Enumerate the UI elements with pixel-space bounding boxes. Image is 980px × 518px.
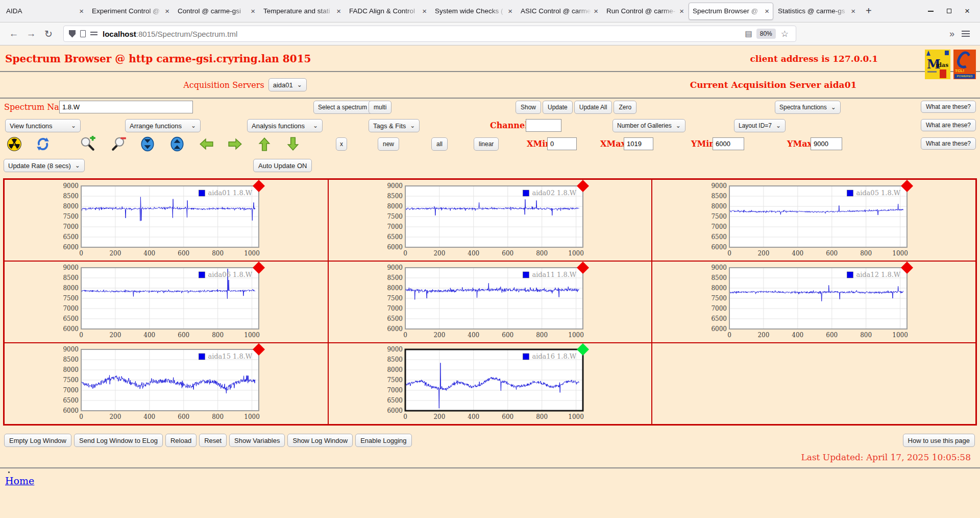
reset-button[interactable]: Reset <box>199 434 227 447</box>
ymax-input[interactable] <box>811 137 842 150</box>
channel-input[interactable] <box>526 119 561 132</box>
shield-icon[interactable] <box>69 30 76 38</box>
window-minimize-button[interactable] <box>928 11 934 12</box>
tab-temperature-and-stati[interactable]: Temperature and stati× <box>260 3 345 20</box>
gallery-cell-aida01[interactable]: 6000650070007500800085009000020040060080… <box>4 179 328 261</box>
permissions-icon[interactable] <box>90 31 97 37</box>
all-button[interactable]: all <box>431 137 448 151</box>
zoom-out-icon[interactable] <box>110 136 127 152</box>
tab-close-icon[interactable]: × <box>765 7 769 15</box>
gallery-cell-aida11[interactable]: 6000650070007500800085009000020040060080… <box>328 261 652 343</box>
tab-system-wide-checks[interactable]: System wide Checks (× <box>431 3 516 20</box>
svg-text:7500: 7500 <box>711 213 727 220</box>
zoom-in-icon[interactable] <box>80 136 96 152</box>
tab-close-icon[interactable]: × <box>336 7 341 15</box>
gallery-cell-aida05[interactable]: 6000650070007500800085009000020040060080… <box>652 179 976 261</box>
tab-close-icon[interactable]: × <box>508 7 512 15</box>
acquisition-server-select[interactable]: aida01 <box>268 78 307 91</box>
bookmark-star-icon[interactable]: ☆ <box>781 29 789 39</box>
tab-statistics-carme-gs[interactable]: Statistics @ carme-gs× <box>774 3 859 20</box>
tab-spectrum-browser[interactable]: Spectrum Browser @× <box>689 3 773 20</box>
reload-button[interactable]: ↻ <box>40 28 57 40</box>
new-tab-button[interactable]: + <box>860 5 878 17</box>
show-log-window-button[interactable]: Show Log Window <box>287 434 353 447</box>
refresh-icon[interactable] <box>35 136 51 152</box>
gallery-cell-aida06[interactable]: 6000650070007500800085009000020040060080… <box>4 261 328 343</box>
spectrum-name-input[interactable] <box>59 101 193 113</box>
empty-log-window-button[interactable]: Empty Log Window <box>4 434 71 447</box>
auto-update-button[interactable]: Auto Update ON <box>253 159 312 172</box>
zero-button[interactable]: Zero <box>614 101 636 114</box>
url-bar[interactable]: localhost:8015/Spectrum/Spectrum.tml ▤ 8… <box>63 26 796 42</box>
tags-and-fits-dropdown[interactable]: Tags & Fits <box>369 119 420 132</box>
show-button[interactable]: Show <box>516 101 541 114</box>
how-to-use-button[interactable]: How to use this page <box>903 434 975 447</box>
collapse-vertical-icon[interactable] <box>139 136 156 152</box>
x-button[interactable]: x <box>336 137 347 151</box>
ymin-input[interactable] <box>713 137 744 150</box>
controls-row-4: Update Rate (8 secs) Auto Update ON <box>0 157 980 174</box>
xmax-input[interactable] <box>624 137 653 150</box>
show-variables-button[interactable]: Show Variables <box>229 434 285 447</box>
what-are-these-button-1[interactable]: What are these? <box>921 101 976 113</box>
gallery-cell-aida16[interactable]: 6000650070007500800085009000020040060080… <box>328 343 652 425</box>
tab-aida[interactable]: AIDA× <box>3 3 87 20</box>
send-log-window-to-elog-button[interactable]: Send Log Window to ELog <box>74 434 163 447</box>
layout-id-dropdown[interactable]: Layout ID=7 <box>734 119 786 132</box>
svg-text:7000: 7000 <box>387 223 403 230</box>
tab-fadc-align-control[interactable]: FADC Align & Control× <box>346 3 430 20</box>
arrow-up-icon[interactable] <box>256 136 273 152</box>
reader-view-icon[interactable]: ▤ <box>745 29 752 38</box>
svg-text:8000: 8000 <box>387 285 403 292</box>
analysis-functions-dropdown[interactable]: Analysis functions <box>247 119 323 132</box>
forward-button[interactable]: → <box>22 28 40 39</box>
enable-logging-button[interactable]: Enable Logging <box>355 434 411 447</box>
arrange-functions-dropdown[interactable]: Arrange functions <box>125 119 201 132</box>
window-close-button[interactable]: × <box>965 7 970 15</box>
gallery-cell-aida02[interactable]: 6000650070007500800085009000020040060080… <box>328 179 652 261</box>
gallery-cell-aida12[interactable]: 6000650070007500800085009000020040060080… <box>652 261 976 343</box>
tab-experiment-control[interactable]: Experiment Control @× <box>88 3 173 20</box>
linear-button[interactable]: linear <box>474 137 499 151</box>
tab-run-control-carme[interactable]: Run Control @ carme-× <box>603 3 688 20</box>
xmin-input[interactable] <box>547 137 577 150</box>
expand-vertical-icon[interactable] <box>169 136 185 152</box>
tab-asic-control-carme[interactable]: ASIC Control @ carme× <box>517 3 602 20</box>
zoom-level-badge[interactable]: 80% <box>756 29 776 39</box>
radiation-icon[interactable] <box>6 136 22 152</box>
new-button[interactable]: new <box>378 137 399 151</box>
update-button[interactable]: Update <box>543 101 573 114</box>
tab-close-icon[interactable]: × <box>679 7 684 15</box>
url-text[interactable]: localhost:8015/Spectrum/Spectrum.tml <box>103 30 741 38</box>
tab-close-icon[interactable]: × <box>851 7 855 15</box>
tab-control-carme-gsi[interactable]: Control @ carme-gsi× <box>174 3 259 20</box>
svg-text:400: 400 <box>144 332 156 339</box>
what-are-these-button-2[interactable]: What are these? <box>921 119 976 131</box>
multi-button[interactable]: multi <box>369 101 391 114</box>
arrow-down-icon[interactable] <box>285 136 301 152</box>
svg-text:0: 0 <box>80 332 84 339</box>
update-all-button[interactable]: Update All <box>574 101 612 114</box>
svg-text:1000: 1000 <box>244 332 260 339</box>
tab-close-icon[interactable]: × <box>594 7 598 15</box>
spectrum-action-buttons: ShowUpdateUpdate AllZero <box>516 101 636 114</box>
home-link[interactable]: Home <box>5 475 34 486</box>
tab-close-icon[interactable]: × <box>251 7 255 15</box>
back-button[interactable]: ← <box>5 28 22 39</box>
window-maximize-button[interactable] <box>947 9 951 13</box>
hamburger-menu-icon[interactable] <box>962 31 970 37</box>
tab-close-icon[interactable]: × <box>422 7 427 15</box>
tab-close-icon[interactable]: × <box>165 7 169 15</box>
what-are-these-button-3[interactable]: What are these? <box>921 137 976 150</box>
spectra-functions-dropdown[interactable]: Spectra functions <box>775 101 841 114</box>
reload-button[interactable]: Reload <box>165 434 197 447</box>
arrow-right-icon[interactable] <box>227 136 243 152</box>
tab-close-icon[interactable]: × <box>79 7 84 15</box>
page-info-icon[interactable] <box>80 30 86 37</box>
overflow-menu-icon[interactable]: » <box>942 29 962 39</box>
gallery-cell-aida15[interactable]: 6000650070007500800085009000020040060080… <box>4 343 328 425</box>
view-functions-dropdown[interactable]: View functions <box>5 119 81 132</box>
update-rate-dropdown[interactable]: Update Rate (8 secs) <box>4 159 85 172</box>
arrow-left-icon[interactable] <box>198 136 214 152</box>
number-of-galleries-dropdown[interactable]: Number of Galleries <box>612 119 685 132</box>
